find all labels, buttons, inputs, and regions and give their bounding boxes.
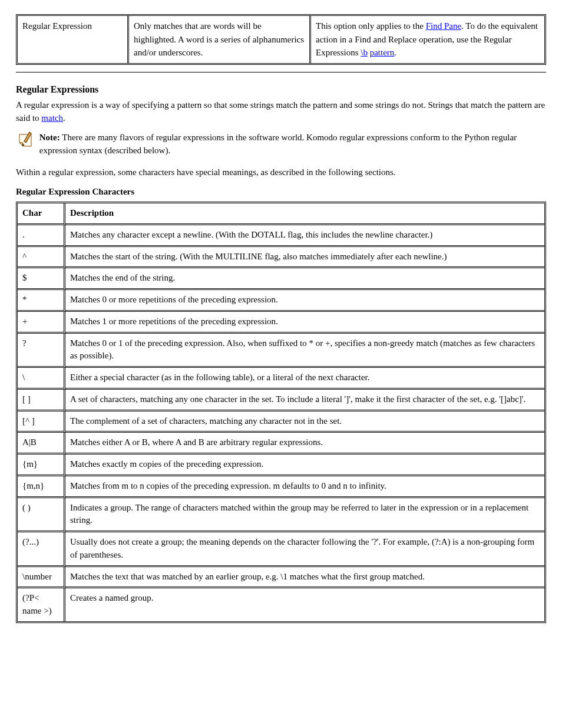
cell-char: ( ) — [18, 498, 65, 533]
table-row: [ ]A set of characters, matching any one… — [18, 390, 544, 411]
word-boundary-link[interactable]: \b — [361, 48, 368, 57]
text: . — [63, 113, 65, 123]
cell-description: Creates a named group. — [65, 588, 544, 621]
cell-description: Matches the text that was matched by an … — [65, 567, 544, 589]
note-text: Note: There are many flavors of regular … — [39, 131, 534, 157]
cell-char: \number — [18, 567, 65, 589]
cell-char: \ — [18, 368, 65, 390]
pattern-link[interactable]: pattern — [370, 48, 395, 57]
cell-description: Matches exactly m copies of the precedin… — [65, 454, 544, 476]
table-row: ^Matches the start of the string. (With … — [18, 247, 544, 269]
cell-char: . — [18, 225, 65, 247]
table-row: A|BMatches either A or B, where A and B … — [18, 433, 544, 454]
regex-chars-heading: Regular Expression Characters — [16, 187, 546, 197]
regex-characters-table: Char Description .Matches any character … — [16, 202, 546, 623]
text: Within a regular expression, some charac… — [16, 167, 396, 177]
cell-description: Matches 0 or more repetitions of the pre… — [65, 290, 544, 312]
header-description: Description — [65, 203, 544, 225]
cell-char: * — [18, 290, 65, 312]
cell-char: + — [18, 312, 65, 334]
cell-regex-label: Regular Expression — [18, 16, 129, 63]
cell-description: Matches the end of the string. — [65, 268, 544, 290]
cell-char: (?P< name >) — [18, 588, 65, 621]
table-row: Regular Expression Only matches that are… — [18, 16, 544, 63]
cell-description: Matches from m to n copies of the preced… — [65, 476, 544, 498]
text: . — [394, 48, 396, 57]
cell-char: [ ] — [18, 390, 65, 411]
table-row: \Either a special character (as in the f… — [18, 368, 544, 390]
cell-description: Matches either A or B, where A and B are… — [65, 433, 544, 454]
cell-char: ^ — [18, 247, 65, 269]
cell-description: Either a special character (as in the fo… — [65, 368, 544, 390]
table-row: \numberMatches the text that was matched… — [18, 567, 544, 589]
table-row: (?P< name >)Creates a named group. — [18, 588, 544, 621]
cell-description: Matches the start of the string. (With t… — [65, 247, 544, 269]
section-divider — [16, 72, 546, 73]
note-label: Note: — [39, 133, 60, 142]
cell-description: Only matches that are words will be high… — [129, 16, 311, 63]
section-title-regular-expressions: Regular Expressions — [16, 84, 546, 95]
cell-description: The complement of a set of characters, m… — [65, 411, 544, 433]
header-table: Regular Expression Only matches that are… — [16, 14, 546, 65]
table-row: .Matches any character except a newline.… — [18, 225, 544, 247]
cell-description: Usually does not create a group; the mea… — [65, 532, 544, 567]
table-row: ?Matches 0 or 1 of the preceding express… — [18, 334, 544, 368]
table-row: +Matches 1 or more repetitions of the pr… — [18, 312, 544, 334]
cell-char: ? — [18, 334, 65, 368]
cell-description: Indicates a group. The range of characte… — [65, 498, 544, 533]
find-pane-link[interactable]: Find Pane — [426, 21, 461, 31]
paragraph: A regular expression is a way of specify… — [16, 98, 546, 125]
cell-char: {m,n} — [18, 476, 65, 498]
header-char: Char — [18, 203, 65, 225]
match-link[interactable]: match — [41, 113, 63, 123]
note-icon — [16, 131, 35, 150]
table-row: (?...)Usually does not create a group; t… — [18, 532, 544, 567]
cell-description: Matches any character except a newline. … — [65, 225, 544, 247]
cell-description: Matches 0 or 1 of the preceding expressi… — [65, 334, 544, 368]
text: Regular Expression — [22, 21, 92, 31]
table-row: *Matches 0 or more repetitions of the pr… — [18, 290, 544, 312]
cell-description: A set of characters, matching any one ch… — [65, 390, 544, 411]
text: There are many flavors of regular expres… — [39, 133, 517, 156]
cell-char: A|B — [18, 433, 65, 454]
table-row: {m}Matches exactly m copies of the prece… — [18, 454, 544, 476]
table-row: $Matches the end of the string. — [18, 268, 544, 290]
cell-char: {m} — [18, 454, 65, 476]
cell-char: [^ ] — [18, 411, 65, 433]
table-row: ( )Indicates a group. The range of chara… — [18, 498, 544, 533]
cell-char: $ — [18, 268, 65, 290]
note-block: Note: There are many flavors of regular … — [16, 131, 546, 157]
text: This option only applies to the — [316, 21, 426, 31]
cell-char: (?...) — [18, 532, 65, 567]
paragraph: Within a regular expression, some charac… — [16, 166, 546, 179]
cell-description: Matches 1 or more repetitions of the pre… — [65, 312, 544, 334]
table-header-row: Char Description — [18, 203, 544, 225]
table-row: {m,n}Matches from m to n copies of the p… — [18, 476, 544, 498]
text: A regular expression is a way of specify… — [16, 100, 545, 123]
cell-note: This option only applies to the Find Pan… — [311, 16, 544, 63]
text: Only matches that are words will be high… — [134, 21, 304, 57]
table-row: [^ ]The complement of a set of character… — [18, 411, 544, 433]
